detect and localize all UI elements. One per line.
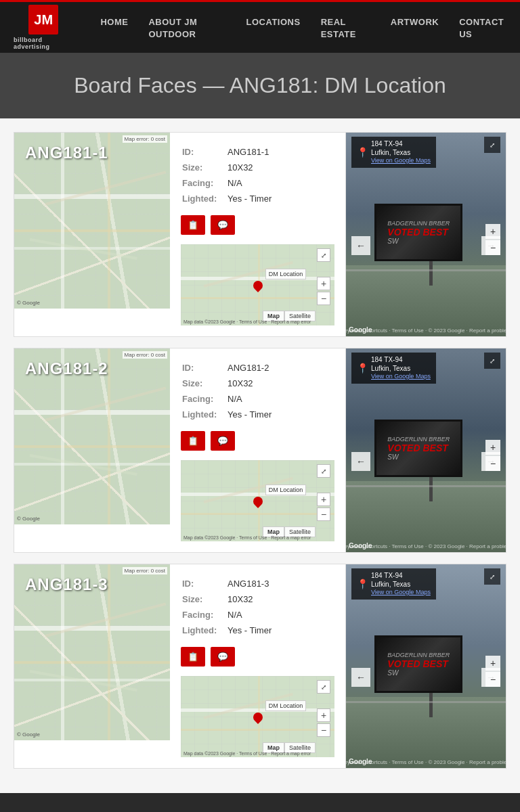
- info-button-ANG181-3[interactable]: 📋: [181, 647, 205, 667]
- nav-link-about-jm-outdoor[interactable]: ABOUT JM OUTDOOR: [148, 17, 197, 39]
- photo-expand-btn-ANG181-2[interactable]: ⤢: [484, 353, 500, 369]
- small-map-zoom-in-ANG181-3[interactable]: +: [317, 708, 330, 722]
- small-map-pin-ANG181-3: [253, 713, 263, 725]
- map-left-ANG181-2[interactable]: ANG181-2 Map error: 0 cost © Google: [14, 348, 170, 524]
- board-size-value: 10X32: [228, 592, 333, 606]
- board-info-ANG181-1: ID: ANG181-1 Size: 10X32 Facing: N/A Lig…: [181, 143, 334, 207]
- small-map-label-ANG181-2: DM Location: [265, 484, 307, 495]
- map-left-ANG181-3[interactable]: ANG181-3 Map error: 0 cost © Google: [14, 564, 170, 740]
- board-lighted-value: Yes - Timer: [228, 407, 333, 422]
- small-map-controls-ANG181-1: + −: [317, 277, 330, 305]
- location-pin-icon-ANG181-2: 📍: [357, 363, 368, 374]
- small-map-expand-ANG181-1[interactable]: ⤢: [317, 248, 330, 262]
- photo-road-ANG181-2: 184 TX-94: [371, 355, 431, 364]
- chat-button-ANG181-3[interactable]: 💬: [211, 647, 235, 667]
- small-map-ANG181-1[interactable]: DM Location ⤢ + − Map Satellite Map data…: [181, 244, 334, 325]
- photo-overlay-ANG181-1: 📍 184 TX-94 Lufkin, Texas View on Google…: [346, 133, 506, 172]
- map-error-ANG181-3: Map error: 0 cost: [123, 567, 167, 574]
- small-map-copy-ANG181-1: Map data ©2023 Google · Terms of Use · R…: [183, 319, 311, 324]
- lighted-label: Lighted:: [182, 623, 226, 637]
- small-map-controls-ANG181-3: + −: [317, 708, 330, 737]
- photo-zoom-out-ANG181-2[interactable]: −: [485, 456, 500, 471]
- photo-overlay-ANG181-2: 📍 184 TX-94 Lufkin, Texas View on Google…: [346, 348, 506, 388]
- boards-container: ANG181-1 Map error: 0 cost © Google ID: …: [0, 118, 520, 793]
- board-photo-ANG181-3: BADGERLINN BRBERVOTED BESTSW 📍 184 TX-94…: [346, 564, 506, 768]
- photo-location-text-ANG181-1: 184 TX-94 Lufkin, Texas View on Google M…: [371, 139, 431, 165]
- photo-zoom-in-ANG181-3[interactable]: +: [485, 656, 500, 671]
- info-button-ANG181-1[interactable]: 📋: [181, 215, 205, 235]
- view-google-link-ANG181-1[interactable]: View on Google Maps: [371, 157, 431, 165]
- billboard-post-ANG181-3: [429, 693, 433, 717]
- map-label-ANG181-3: ANG181-3: [25, 575, 108, 594]
- photo-nav-left-ANG181-3[interactable]: ←: [351, 668, 370, 687]
- photo-city-ANG181-2: Lufkin, Texas: [371, 364, 431, 373]
- photo-location-text-ANG181-3: 184 TX-94 Lufkin, Texas View on Google M…: [371, 571, 431, 597]
- photo-zoom-in-ANG181-2[interactable]: +: [485, 440, 500, 455]
- facing-label: Facing:: [182, 176, 226, 190]
- page-title-banner: Board Faces — ANG181: DM Location: [0, 53, 520, 118]
- small-map-expand-ANG181-3[interactable]: ⤢: [317, 680, 330, 694]
- photo-nav-left-ANG181-1[interactable]: ←: [351, 236, 370, 255]
- board-middle-ANG181-3: ID: ANG181-3 Size: 10X32 Facing: N/A Lig…: [170, 564, 346, 768]
- page-title: Board Faces — ANG181: DM Location: [27, 73, 493, 98]
- map-left-ANG181-1[interactable]: ANG181-1 Map error: 0 cost © Google: [14, 133, 170, 309]
- small-map-zoom-out-ANG181-2[interactable]: −: [317, 508, 330, 521]
- photo-nav-left-ANG181-2[interactable]: ←: [351, 452, 370, 471]
- small-map-ANG181-2[interactable]: DM Location ⤢ + − Map Satellite Map data…: [181, 460, 334, 541]
- board-actions-ANG181-3: 📋 💬: [181, 647, 334, 667]
- small-map-copy-ANG181-3: Map data ©2023 Google · Terms of Use · R…: [183, 751, 311, 756]
- billboard-post-ANG181-1: [429, 261, 433, 286]
- board-lighted-value: Yes - Timer: [228, 623, 333, 637]
- photo-shortcuts-ANG181-1: Keyboard shortcuts · Terms of Use · © 20…: [346, 328, 506, 334]
- nav-link-home[interactable]: HOME: [100, 17, 128, 27]
- info-button-ANG181-2[interactable]: 📋: [181, 431, 205, 451]
- nav-logo: JM billboard advertising: [14, 5, 73, 50]
- board-id-value: ANG181-2: [228, 361, 333, 375]
- small-map-expand-ANG181-2[interactable]: ⤢: [317, 464, 330, 478]
- map-error-ANG181-1: Map error: 0 cost: [123, 135, 167, 143]
- photo-overlay-ANG181-3: 📍 184 TX-94 Lufkin, Texas View on Google…: [346, 564, 506, 604]
- photo-expand-btn-ANG181-1[interactable]: ⤢: [484, 137, 500, 153]
- nav-link-artwork[interactable]: ARTWORK: [391, 17, 439, 27]
- small-map-controls-ANG181-2: + −: [317, 493, 330, 521]
- small-map-zoom-out-ANG181-1[interactable]: −: [317, 292, 330, 305]
- navigation: JM billboard advertising HOMEABOUT JM OU…: [0, 0, 520, 53]
- small-map-label-ANG181-1: DM Location: [265, 269, 307, 279]
- photo-road-ANG181-1: 184 TX-94: [371, 139, 431, 148]
- small-map-zoom-in-ANG181-2[interactable]: +: [317, 493, 330, 506]
- map-copy-ANG181-3: © Google: [17, 731, 40, 738]
- photo-expand-btn-ANG181-3[interactable]: ⤢: [484, 568, 500, 585]
- location-pin-icon-ANG181-1: 📍: [357, 147, 368, 158]
- board-photo-ANG181-2: BADGERLINN BRBERVOTED BESTSW 📍 184 TX-94…: [346, 348, 506, 552]
- small-map-zoom-out-ANG181-3[interactable]: −: [317, 723, 330, 737]
- chat-button-ANG181-2[interactable]: 💬: [211, 431, 235, 451]
- photo-shortcuts-ANG181-3: Keyboard shortcuts · Terms of Use · © 20…: [346, 759, 506, 765]
- facing-label: Facing:: [182, 608, 226, 622]
- nav-link-locations[interactable]: LOCATIONS: [246, 17, 301, 27]
- logo-icon: JM: [28, 5, 58, 35]
- nav-links: HOMEABOUT JM OUTDOORLOCATIONSREAL ESTATE…: [100, 16, 506, 40]
- photo-zoom-controls-ANG181-3: + −: [485, 656, 500, 687]
- billboard-sign-ANG181-3: BADGERLINN BRBERVOTED BESTSW: [374, 635, 462, 692]
- view-google-link-ANG181-3[interactable]: View on Google Maps: [371, 589, 431, 597]
- small-map-pin-ANG181-2: [253, 497, 263, 509]
- photo-zoom-in-ANG181-1[interactable]: +: [485, 224, 500, 239]
- board-facing-value: N/A: [228, 176, 333, 190]
- board-actions-ANG181-2: 📋 💬: [181, 431, 334, 451]
- photo-road-ANG181-3: 184 TX-94: [371, 571, 431, 580]
- photo-zoom-out-ANG181-1[interactable]: −: [485, 240, 500, 255]
- board-entry-ANG181-2: ANG181-2 Map error: 0 cost © Google ID: …: [14, 348, 506, 553]
- chat-button-ANG181-1[interactable]: 💬: [211, 215, 235, 235]
- size-label: Size:: [182, 376, 226, 390]
- size-label: Size:: [182, 592, 226, 606]
- map-copy-ANG181-1: © Google: [17, 300, 40, 306]
- photo-zoom-out-ANG181-3[interactable]: −: [485, 672, 500, 687]
- nav-link-contact-us[interactable]: CONTACT US: [459, 17, 504, 39]
- small-map-zoom-in-ANG181-1[interactable]: +: [317, 277, 330, 290]
- facing-label: Facing:: [182, 392, 226, 406]
- nav-link-real-estate[interactable]: REAL ESTATE: [321, 17, 356, 39]
- map-copy-ANG181-2: © Google: [17, 516, 40, 522]
- small-map-ANG181-3[interactable]: DM Location ⤢ + − Map Satellite Map data…: [181, 676, 334, 757]
- billboard-post-ANG181-2: [429, 477, 433, 501]
- view-google-link-ANG181-2[interactable]: View on Google Maps: [371, 373, 431, 381]
